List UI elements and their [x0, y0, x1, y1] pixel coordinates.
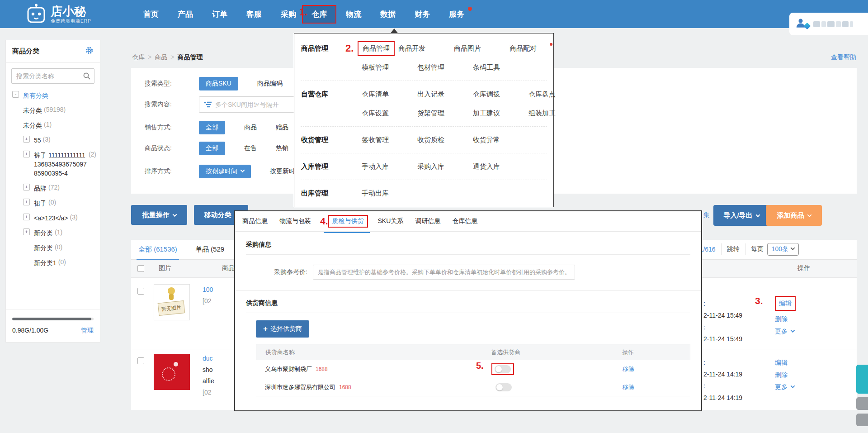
menu-item-warehouse-transfer[interactable]: 仓库调拨 [473, 90, 528, 99]
remove-supplier-link[interactable]: 移除 [623, 366, 634, 372]
tree-item[interactable]: 未分类 (1) [12, 121, 96, 130]
menu-item-inout-records[interactable]: 出入记录 [417, 90, 473, 99]
storage-manage-link[interactable]: 管理 [81, 327, 94, 335]
nav-home[interactable]: 首页 [134, 5, 168, 24]
edit-link[interactable]: 编辑 [775, 357, 794, 369]
preferred-supplier-toggle[interactable] [495, 383, 512, 391]
search-type-code-option[interactable]: 商品编码 [257, 80, 283, 88]
floating-button-secondary[interactable] [856, 397, 868, 410]
expand-icon[interactable]: + [23, 228, 30, 235]
menu-item-product-images[interactable]: 商品图片 [454, 44, 509, 53]
expand-icon[interactable]: + [23, 199, 30, 205]
import-export-button[interactable]: 导入/导出 [713, 205, 769, 226]
tree-item[interactable]: + 55 (3) [23, 136, 96, 145]
menu-item-manual-inbound[interactable]: 手动入库 [362, 162, 417, 171]
expand-icon[interactable]: + [23, 151, 30, 157]
app-logo[interactable]: 店小秘 免费跨境电商ERP [26, 4, 91, 26]
menu-item-processing-advice[interactable]: 加工建议 [473, 109, 528, 118]
tab-sku-relation[interactable]: SKU关系 [378, 217, 404, 225]
more-link[interactable]: 更多 [775, 325, 796, 338]
floating-button-secondary[interactable] [856, 414, 868, 426]
row-checkbox[interactable] [137, 288, 144, 295]
menu-item-assembly[interactable]: 组装加工 [528, 109, 584, 118]
supplier-1688-tag[interactable]: 1688 [339, 384, 351, 390]
tree-item[interactable]: 新分类 (0) [23, 243, 96, 252]
gear-icon[interactable] [85, 46, 94, 57]
supplier-1688-tag[interactable]: 1688 [316, 366, 328, 372]
status-onsale-option[interactable]: 在售 [244, 144, 257, 152]
menu-item-manual-outbound[interactable]: 手动出库 [362, 189, 417, 198]
nav-logistics[interactable]: 物流 [336, 5, 371, 24]
category-search-input[interactable] [11, 68, 94, 84]
breadcrumb-product[interactable]: 商品 [155, 53, 177, 61]
nav-data[interactable]: 数据 [371, 5, 405, 24]
tree-item[interactable]: + 裙子 (0) [23, 199, 96, 208]
collapse-icon[interactable]: - [12, 91, 19, 98]
expand-icon[interactable]: + [23, 136, 30, 143]
menu-item-purchase-inbound[interactable]: 采购入库 [417, 162, 473, 171]
tree-item-all[interactable]: - 所有分类 [12, 91, 96, 100]
partial-collect-link[interactable]: 集 [703, 211, 710, 219]
menu-item-return-inbound[interactable]: 退货入库 [473, 162, 528, 171]
delete-link[interactable]: 删除 [775, 369, 794, 381]
search-type-sku-chip[interactable]: 商品SKU [199, 77, 238, 90]
tree-item[interactable]: + 新分类 (1) [23, 228, 96, 238]
remove-supplier-link[interactable]: 移除 [623, 384, 634, 390]
menu-item-sign-mgmt[interactable]: 签收管理 [362, 136, 417, 144]
menu-item-warehouse-settings[interactable]: 仓库设置 [362, 109, 417, 118]
ref-price-input[interactable] [313, 265, 575, 280]
tab-product-info[interactable]: 商品信息 [242, 217, 268, 225]
jump-button[interactable]: 跳转 [727, 245, 740, 253]
status-all-chip[interactable]: 全部 [199, 142, 225, 155]
tab-research-info[interactable]: 调研信息 [415, 217, 440, 225]
menu-item-receiving-qc[interactable]: 收货质检 [417, 136, 473, 144]
tree-item[interactable]: 未分类 (59198) [12, 106, 96, 115]
tree-item[interactable]: + 裤子 11111111111113683549367509785900395… [23, 151, 96, 178]
row-checkbox[interactable] [137, 357, 144, 364]
menu-item-stocktaking[interactable]: 仓库盘点 [528, 90, 584, 99]
menu-item-product-mgmt[interactable]: 商品管理 [358, 41, 395, 56]
menu-item-template-mgmt[interactable]: 模板管理 [362, 63, 417, 72]
nav-orders[interactable]: 订单 [203, 5, 237, 24]
tree-item[interactable]: + 品牌 (72) [23, 184, 96, 193]
expand-icon[interactable]: + [23, 214, 30, 220]
product-image[interactable] [154, 354, 190, 390]
nav-product[interactable]: 产品 [168, 5, 203, 24]
tab-all[interactable]: 全部 (61536) [138, 240, 177, 260]
select-supplier-button[interactable]: 选择供货商 [256, 320, 309, 338]
menu-item-product-pairing[interactable]: 商品配对 [509, 44, 565, 53]
edit-link[interactable]: 编辑 [775, 296, 796, 311]
product-image-placeholder[interactable]: 暂无图片 [154, 284, 190, 320]
tree-item[interactable]: 新分类1 (0) [23, 258, 96, 267]
more-link[interactable]: 更多 [775, 381, 794, 393]
sale-product-option[interactable]: 商品 [244, 124, 257, 132]
select-all-checkbox[interactable] [137, 265, 144, 272]
delete-link[interactable]: 删除 [775, 313, 796, 325]
menu-item-product-dev[interactable]: 商品开发 [398, 44, 454, 53]
nav-services[interactable]: 服务 [439, 5, 474, 24]
sale-all-chip[interactable]: 全部 [199, 121, 225, 134]
sale-gift-option[interactable]: 赠品 [276, 124, 288, 132]
menu-item-barcode-tools[interactable]: 条码工具 [473, 63, 528, 72]
tab-qc-supply[interactable]: 质检与供货 [328, 215, 368, 228]
sort-by-created-chip[interactable]: 按创建时间 [199, 165, 251, 178]
add-product-button[interactable]: 添加商品 [766, 205, 822, 226]
nav-service[interactable]: 客服 [237, 5, 271, 24]
menu-item-packing-mgmt[interactable]: 包材管理 [417, 63, 473, 72]
preferred-supplier-toggle[interactable] [495, 365, 511, 373]
status-hot-option[interactable]: 热销 [276, 144, 288, 152]
tab-warehouse-info[interactable]: 仓库信息 [452, 217, 477, 225]
tree-item[interactable]: + <a>123</a> (3) [23, 214, 96, 223]
tab-single[interactable]: 单品 (529 [195, 240, 224, 260]
tab-logistics-packing[interactable]: 物流与包装 [279, 217, 311, 225]
batch-actions-button[interactable]: 批量操作 [131, 205, 187, 225]
breadcrumb-warehouse[interactable]: 仓库 [132, 53, 155, 61]
view-help-link[interactable]: 查看帮助 [831, 53, 856, 62]
menu-item-receiving-exception[interactable]: 收货异常 [473, 136, 528, 144]
user-account-box[interactable] [789, 13, 868, 35]
menu-item-shelf-mgmt[interactable]: 货架管理 [417, 109, 473, 118]
per-page-select[interactable]: 100条 [767, 243, 799, 256]
nav-finance[interactable]: 财务 [405, 5, 439, 24]
menu-item-warehouse-list[interactable]: 仓库清单 [362, 90, 417, 99]
expand-icon[interactable]: + [23, 184, 30, 190]
